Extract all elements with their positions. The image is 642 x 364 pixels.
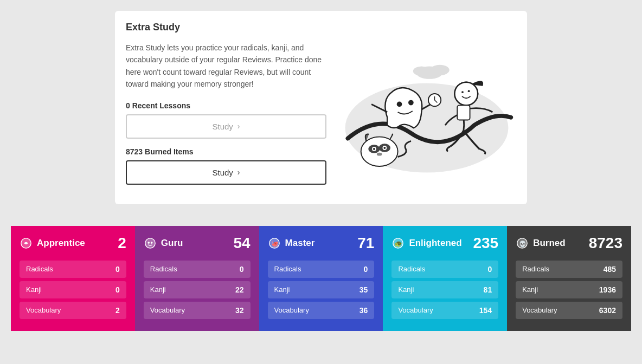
srs-item-value: 2 xyxy=(115,306,120,315)
srs-card-header: 🐢 Enlightened 235 xyxy=(391,235,498,252)
guru-icon xyxy=(144,237,157,250)
srs-item-row: Kanji 1936 xyxy=(516,281,622,298)
srs-item-label: Radicals xyxy=(26,265,53,273)
srs-item-label: Kanji xyxy=(398,285,414,294)
srs-card-count: 71 xyxy=(357,235,374,252)
srs-item-value: 0 xyxy=(115,285,120,294)
srs-item-row: Kanji 81 xyxy=(391,281,498,298)
srs-card-name: Guru xyxy=(161,238,183,249)
srs-item-value: 81 xyxy=(484,285,492,294)
srs-card-header: Apprentice 2 xyxy=(20,235,126,252)
srs-item-label: Kanji xyxy=(26,285,42,294)
srs-card-apprentice: Apprentice 2 Radicals 0 Kanji 0 Vocabula… xyxy=(11,226,135,331)
srs-item-value: 485 xyxy=(604,265,616,274)
srs-item-label: Kanji xyxy=(150,285,166,294)
srs-item-value: 36 xyxy=(359,306,368,315)
burned-items-section: 8723 Burned Items Study › xyxy=(126,147,326,185)
srs-item-value: 0 xyxy=(115,265,120,274)
svg-rect-5 xyxy=(457,105,470,120)
srs-card-header: Guru 54 xyxy=(144,235,251,252)
extra-study-description: Extra Study lets you practice your radic… xyxy=(126,42,326,90)
svg-point-21 xyxy=(145,238,155,248)
recent-lessons-study-button[interactable]: Study › xyxy=(126,114,326,139)
enlightened-icon: 🐢 xyxy=(391,237,405,250)
extra-study-card: Extra Study Extra Study lets you practic… xyxy=(115,11,527,204)
srs-card-title-group: Apprentice xyxy=(20,237,85,250)
main-container: Extra Study Extra Study lets you practic… xyxy=(0,0,642,331)
srs-card-title-group: 💀 Burned xyxy=(516,237,566,250)
srs-item-label: Vocabulary xyxy=(26,306,61,314)
srs-card-header: 💀 Burned 8723 xyxy=(516,235,622,252)
svg-point-18 xyxy=(431,65,450,75)
recent-lessons-label: 0 Recent Lessons xyxy=(126,101,326,110)
svg-point-4 xyxy=(468,90,470,92)
srs-item-value: 0 xyxy=(364,265,368,274)
srs-item-row: Vocabulary 6302 xyxy=(516,302,622,319)
chevron-right-icon-2: › xyxy=(237,168,240,177)
svg-point-6 xyxy=(397,102,402,107)
srs-item-value: 1936 xyxy=(599,285,616,294)
srs-item-row: Vocabulary 36 xyxy=(268,302,375,319)
srs-item-row: Vocabulary 2 xyxy=(20,302,126,319)
extra-study-left: Extra Study lets you practice your radic… xyxy=(126,42,326,193)
srs-item-value: 32 xyxy=(235,306,244,315)
svg-point-9 xyxy=(361,137,398,166)
srs-item-row: Vocabulary 32 xyxy=(144,302,251,319)
recent-lessons-section: 0 Recent Lessons Study › xyxy=(126,101,326,139)
srs-item-row: Radicals 0 xyxy=(20,261,126,278)
srs-card-guru: Guru 54 Radicals 0 Kanji 22 Vocabulary 3… xyxy=(135,226,259,331)
srs-item-label: Radicals xyxy=(274,265,301,273)
svg-point-15 xyxy=(383,147,386,149)
srs-cards-container: Apprentice 2 Radicals 0 Kanji 0 Vocabula… xyxy=(11,226,631,331)
srs-card-name: Enlightened xyxy=(409,238,461,249)
srs-card-title-group: 🐙 Master xyxy=(268,237,315,250)
srs-item-label: Vocabulary xyxy=(150,306,185,314)
svg-point-7 xyxy=(408,100,414,106)
extra-study-title: Extra Study xyxy=(126,22,516,33)
master-icon: 🐙 xyxy=(268,237,281,250)
srs-item-label: Kanji xyxy=(522,285,538,294)
svg-point-19 xyxy=(413,67,430,76)
srs-item-row: Radicals 0 xyxy=(144,261,251,278)
srs-card-title-group: Guru xyxy=(144,237,183,250)
srs-item-value: 6302 xyxy=(599,306,616,315)
srs-item-row: Radicals 0 xyxy=(391,261,498,278)
srs-item-value: 35 xyxy=(359,285,368,294)
srs-card-name: Burned xyxy=(533,238,566,249)
burned-icon: 💀 xyxy=(516,237,529,250)
srs-item-value: 0 xyxy=(240,265,244,274)
srs-item-row: Vocabulary 154 xyxy=(391,302,498,319)
srs-card-enlightened: 🐢 Enlightened 235 Radicals 0 Kanji 81 Vo… xyxy=(383,226,507,331)
srs-item-label: Vocabulary xyxy=(398,306,433,314)
srs-item-value: 154 xyxy=(479,306,492,315)
burned-items-study-button[interactable]: Study › xyxy=(126,160,326,185)
svg-point-3 xyxy=(461,91,464,93)
srs-card-name: Master xyxy=(285,238,315,249)
srs-item-value: 0 xyxy=(487,265,492,274)
burned-items-label: 8723 Burned Items xyxy=(126,147,326,156)
svg-point-16 xyxy=(377,153,382,156)
svg-text:🐙: 🐙 xyxy=(271,239,278,247)
svg-point-14 xyxy=(373,148,375,150)
illustration-svg xyxy=(337,42,516,183)
srs-card-count: 235 xyxy=(473,235,498,252)
srs-item-row: Kanji 22 xyxy=(144,281,251,298)
srs-card-count: 8723 xyxy=(589,235,622,252)
srs-item-label: Radicals xyxy=(150,265,177,273)
study-illustration xyxy=(337,42,516,183)
srs-card-master: 🐙 Master 71 Radicals 0 Kanji 35 Vocabula… xyxy=(259,226,383,331)
srs-card-burned: 💀 Burned 8723 Radicals 485 Kanji 1936 Vo… xyxy=(507,226,631,331)
svg-text:💀: 💀 xyxy=(519,239,527,247)
srs-item-label: Kanji xyxy=(274,285,290,294)
srs-item-row: Radicals 485 xyxy=(516,261,622,278)
srs-card-count: 54 xyxy=(233,235,250,252)
srs-item-label: Radicals xyxy=(398,265,425,273)
srs-card-title-group: 🐢 Enlightened xyxy=(391,237,461,250)
srs-item-value: 22 xyxy=(235,285,244,294)
srs-item-label: Vocabulary xyxy=(522,306,557,314)
extra-study-body: Extra Study lets you practice your radic… xyxy=(126,42,516,193)
srs-item-row: Kanji 0 xyxy=(20,281,126,298)
srs-item-row: Radicals 0 xyxy=(268,261,375,278)
srs-card-count: 2 xyxy=(118,235,126,252)
srs-card-header: 🐙 Master 71 xyxy=(268,235,375,252)
